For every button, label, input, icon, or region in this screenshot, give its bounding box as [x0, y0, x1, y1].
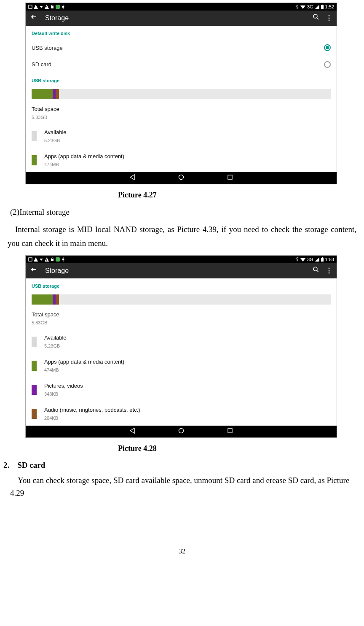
- bar-seg-free: [59, 294, 331, 305]
- available-value: 5.23GB: [44, 343, 67, 350]
- svg-rect-25: [46, 260, 47, 261]
- pictures-label: Pictures, videos: [44, 382, 83, 390]
- bar-seg-apps: [32, 294, 53, 305]
- svg-rect-14: [322, 5, 323, 5]
- total-space[interactable]: Total space 5.83GB: [26, 102, 337, 124]
- option-usb-storage[interactable]: USB storage: [26, 40, 337, 57]
- svg-line-16: [317, 18, 318, 19]
- warning-icon: [45, 257, 49, 262]
- paragraph-internal-storage: Internal storage is MID local NAND stora…: [8, 223, 356, 250]
- wifi-icon: [300, 5, 305, 9]
- row-pictures[interactable]: Pictures, videos 348KB: [26, 378, 337, 402]
- page-number: 32: [0, 546, 364, 556]
- heading-sd-card: 2. SD card: [3, 459, 364, 472]
- screenshot-icon: [28, 5, 32, 9]
- svg-point-35: [313, 267, 317, 271]
- notif-icon: [34, 5, 38, 9]
- battery-icon: [321, 257, 324, 262]
- row-available[interactable]: Available 5.23GB: [26, 329, 337, 353]
- nav-bar: [26, 426, 337, 437]
- nav-recent-icon[interactable]: [227, 174, 233, 183]
- wifi-icon: [300, 257, 305, 262]
- lock-icon: [50, 257, 54, 262]
- screenshot-4-27: 3G 1:52 Storage ⋮ Default write disk USB…: [25, 3, 337, 184]
- figure-caption-1: Picture 4.27: [118, 189, 364, 201]
- audio-label: Audio (music, ringtones, podcasts, etc.): [44, 406, 140, 414]
- svg-rect-4: [46, 6, 47, 7]
- svg-marker-1: [34, 5, 38, 9]
- svg-rect-39: [228, 429, 232, 433]
- page-title: Storage: [45, 13, 312, 23]
- svg-rect-6: [51, 6, 54, 8]
- nav-home-icon[interactable]: [178, 427, 185, 436]
- storage-usage-bar: [32, 89, 331, 99]
- svg-point-18: [179, 175, 184, 179]
- download-icon: [39, 5, 43, 9]
- bar-seg-pics: [53, 294, 56, 305]
- screenshot-icon: [28, 257, 32, 262]
- debug-icon: [61, 257, 65, 262]
- svg-marker-17: [130, 175, 134, 180]
- clock-label: 1:52: [325, 3, 334, 11]
- svg-point-8: [62, 6, 64, 8]
- back-icon[interactable]: [30, 13, 37, 23]
- svg-rect-5: [46, 8, 47, 8]
- svg-point-15: [313, 14, 317, 18]
- warning-icon: [45, 5, 49, 9]
- swatch-available: [32, 131, 37, 141]
- nav-home-icon[interactable]: [178, 174, 185, 183]
- svg-rect-0: [29, 5, 32, 8]
- svg-point-28: [62, 258, 64, 260]
- signal-icon: [315, 5, 319, 9]
- swatch-pictures: [32, 385, 37, 395]
- section-usb-storage: USB storage: [26, 278, 337, 292]
- row-available[interactable]: Available 5.23GB: [26, 124, 337, 148]
- svg-marker-31: [300, 258, 305, 262]
- search-icon[interactable]: [312, 13, 320, 23]
- screenshot-4-28: 3G 1:53 Storage ⋮ USB storage Total spac…: [25, 255, 337, 438]
- svg-marker-22: [40, 259, 43, 261]
- total-value: 5.83GB: [32, 114, 331, 121]
- app-icon: [56, 5, 60, 9]
- svg-marker-11: [300, 5, 305, 9]
- search-icon[interactable]: [312, 266, 320, 276]
- nav-bar: [26, 172, 337, 184]
- swatch-audio: [32, 409, 37, 419]
- nav-back-icon[interactable]: [129, 174, 136, 183]
- svg-rect-7: [56, 5, 60, 9]
- nav-back-icon[interactable]: [129, 427, 136, 436]
- debug-icon: [61, 5, 65, 9]
- overflow-icon[interactable]: ⋮: [326, 266, 332, 276]
- radio-selected-icon[interactable]: [324, 44, 331, 51]
- apps-label: Apps (app data & media content): [44, 358, 124, 366]
- storage-usage-bar: [32, 294, 331, 305]
- swatch-available: [32, 337, 37, 347]
- total-value: 5.83GB: [32, 319, 331, 326]
- row-apps[interactable]: Apps (app data & media content) 474MB: [26, 353, 337, 378]
- available-label: Available: [44, 334, 67, 342]
- radio-unselected-icon[interactable]: [324, 61, 331, 68]
- svg-rect-13: [321, 5, 324, 9]
- network-label: 3G: [307, 256, 313, 263]
- battery-icon: [321, 5, 324, 9]
- nav-recent-icon[interactable]: [227, 427, 233, 436]
- signal-icon: [315, 257, 319, 262]
- option-sd-card[interactable]: SD card: [26, 56, 337, 73]
- svg-rect-19: [228, 175, 232, 179]
- svg-marker-12: [315, 5, 319, 9]
- row-audio[interactable]: Audio (music, ringtones, podcasts, etc.)…: [26, 402, 337, 426]
- total-label: Total space: [32, 105, 331, 113]
- row-apps[interactable]: Apps (app data & media content) 474MB: [26, 148, 337, 172]
- back-icon[interactable]: [30, 266, 37, 276]
- bluetooth-icon: [295, 5, 299, 9]
- svg-rect-20: [29, 258, 32, 261]
- overflow-icon[interactable]: ⋮: [326, 13, 332, 23]
- svg-rect-24: [46, 259, 47, 260]
- available-value: 5.23GB: [44, 137, 67, 144]
- network-label: 3G: [307, 3, 313, 11]
- audio-value: 204KB: [44, 415, 140, 422]
- total-space[interactable]: Total space 5.83GB: [26, 307, 337, 329]
- bluetooth-icon: [295, 257, 299, 262]
- svg-rect-34: [322, 257, 323, 258]
- bar-seg-pics: [53, 89, 56, 99]
